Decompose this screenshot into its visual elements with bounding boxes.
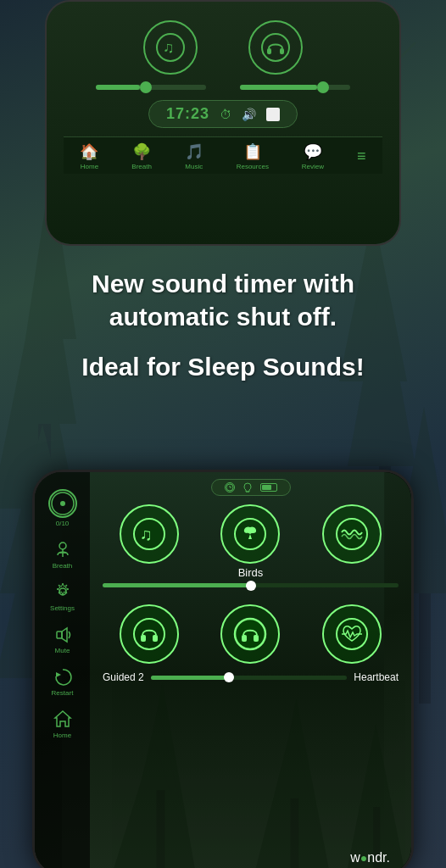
breath-label: Breath (53, 562, 73, 570)
home-sidebar-label: Home (53, 732, 71, 739)
counter-display (48, 489, 77, 518)
svg-point-53 (235, 619, 265, 649)
phone-top-screen: ♫ (47, 2, 399, 244)
sound-row-1-icons: ♫ (98, 504, 403, 564)
sidebar-item-home[interactable]: Home (52, 708, 74, 739)
svg-rect-21 (280, 48, 284, 54)
review-icon: 💬 (304, 142, 322, 161)
nav-home-label: Home (81, 163, 98, 170)
nav-home[interactable]: 🏠 Home (80, 142, 98, 170)
nav-review[interactable]: 💬 Review (302, 142, 324, 170)
restart-label: Restart (52, 689, 74, 697)
tree-icon: 🌳 (132, 142, 151, 161)
nav-resources[interactable]: 📋 Resources (237, 142, 269, 170)
sidebar-item-settings[interactable]: Settings (50, 581, 75, 612)
clock-status (225, 482, 235, 492)
phone-bottom-screen: 0/10 Breath Settings (35, 472, 411, 868)
clock-icon: ⏱ (220, 108, 231, 121)
left-sidebar: 0/10 Breath Settings (35, 472, 90, 868)
svg-rect-51 (141, 635, 146, 642)
status-bar (98, 479, 403, 496)
headline-line1: New sound timer with automatic shut off. (25, 267, 421, 333)
sidebar-item-mute[interactable]: Mute (52, 623, 74, 654)
svg-text:♫: ♫ (163, 39, 175, 56)
sound-wave-button[interactable] (322, 504, 382, 564)
svg-rect-38 (57, 632, 62, 638)
slider-1[interactable] (96, 85, 206, 90)
svg-point-49 (337, 519, 367, 549)
nav-music[interactable]: 🎵 Music (185, 142, 203, 170)
svg-rect-52 (153, 635, 158, 642)
timer-bar: 17:23 ⏱ 🔊 (148, 100, 298, 128)
slider-2[interactable] (240, 85, 350, 90)
slider-row-1 (98, 583, 403, 587)
settings-label: Settings (50, 604, 75, 612)
nav-music-label: Music (185, 163, 203, 170)
sound-guided1-button[interactable] (120, 604, 179, 664)
svg-point-50 (134, 619, 164, 649)
battery-status (260, 483, 277, 492)
nav-menu[interactable]: ≡ (357, 142, 366, 170)
svg-point-34 (59, 542, 66, 549)
sound-birds-button[interactable] (220, 504, 280, 564)
stop-button[interactable] (266, 108, 280, 121)
wondr-logo: w●ndr. (98, 850, 403, 865)
svg-point-19 (262, 34, 289, 61)
mute-label: Mute (55, 647, 70, 654)
sound-grid: ♫ (98, 504, 403, 847)
music-notes-icon: ♫ (143, 20, 198, 75)
svg-point-33 (60, 501, 65, 506)
phone-bottom-mockup: 0/10 Breath Settings (32, 470, 414, 868)
nav-breath[interactable]: 🌳 Breath (131, 142, 152, 170)
hamburger-icon: ≡ (357, 147, 366, 165)
volume-sliders (64, 81, 382, 90)
bottom-navigation: 🏠 Home 🌳 Breath 🎵 Music 📋 Resources 💬 Re… (64, 136, 382, 174)
sidebar-counter[interactable]: 0/10 (48, 489, 77, 527)
sidebar-item-restart[interactable]: Restart (52, 665, 74, 697)
resources-icon: 📋 (243, 142, 262, 161)
nav-resources-label: Resources (237, 163, 269, 170)
headline-text-2: automatic shut off. (109, 303, 337, 331)
sound-slider-1[interactable] (103, 583, 399, 587)
volume-icon: 🔊 (242, 108, 256, 121)
middle-text-section: New sound timer with automatic shut off.… (0, 250, 446, 400)
nav-breath-label: Breath (131, 163, 152, 170)
bulb-status (243, 482, 252, 492)
sound-slider-2[interactable] (151, 676, 348, 680)
svg-rect-11 (419, 593, 431, 704)
svg-marker-39 (62, 628, 67, 642)
svg-marker-40 (56, 672, 61, 677)
nav-review-label: Review (302, 163, 324, 170)
svg-rect-55 (254, 635, 259, 642)
status-pill (211, 479, 291, 496)
sound-guided2-button[interactable] (220, 604, 280, 664)
sound-music-button[interactable]: ♫ (120, 504, 179, 564)
sidebar-item-breath[interactable]: Breath (52, 538, 74, 570)
birds-label: Birds (238, 566, 264, 579)
sound-heartbeat-button[interactable] (322, 604, 382, 664)
music-icon: 🎵 (185, 142, 203, 161)
main-sound-content: ♫ (90, 472, 411, 868)
sound-row-2-icons (98, 604, 403, 664)
guided2-label: Guided 2 (103, 671, 144, 683)
headline-text-1: New sound timer with (92, 270, 354, 298)
timer-value: 17:23 (166, 105, 209, 123)
sub-headline: Ideal for Sleep Sounds! (25, 350, 421, 383)
phone-top-mockup: ♫ (45, 0, 401, 246)
battery-level (262, 485, 271, 490)
counter-label: 0/10 (56, 520, 70, 527)
svg-marker-41 (55, 711, 70, 726)
svg-text:♫: ♫ (140, 525, 153, 543)
top-sound-icons: ♫ (143, 20, 303, 75)
svg-rect-54 (242, 635, 247, 642)
home-icon: 🏠 (80, 142, 98, 161)
svg-rect-20 (267, 48, 271, 54)
heartbeat-label: Heartbeat (354, 671, 399, 683)
headphones-icon (248, 20, 303, 75)
